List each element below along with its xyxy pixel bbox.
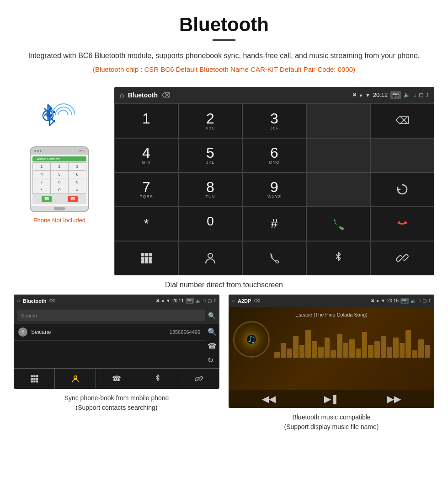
- key-4[interactable]: 4 GHI: [114, 138, 178, 172]
- contacts-bottom-bar: ☎: [14, 368, 219, 389]
- phone-body: MYK + Add to Contacts 1 2 3 4 5 6 7 8 9 …: [30, 146, 89, 212]
- eq-bar: [274, 352, 280, 358]
- svg-rect-18: [33, 375, 36, 377]
- search-side-icon[interactable]: 🔍: [208, 327, 217, 336]
- phone-illustration: ☉: [14, 87, 105, 224]
- key-5[interactable]: 5 JKL: [178, 138, 242, 172]
- contact-number: 13566664466: [170, 329, 200, 335]
- key-redial[interactable]: [370, 172, 434, 207]
- album-art: ♫: [233, 321, 270, 358]
- volume-icon: 🔈: [404, 92, 410, 98]
- eq-bar: [381, 336, 386, 358]
- eq-bar: [325, 338, 330, 358]
- bottom-icon-contacts[interactable]: [178, 241, 242, 275]
- home-icon[interactable]: ⌂: [120, 91, 124, 99]
- mini-bt-bottom-icon[interactable]: [137, 369, 178, 389]
- digit-3: 3: [270, 111, 278, 126]
- dot-2: [37, 150, 39, 152]
- key-6[interactable]: 6 MNO: [242, 138, 306, 172]
- dot-3: [40, 150, 42, 152]
- mini-phone-icon[interactable]: ☎: [96, 369, 137, 389]
- eq-bar: [299, 345, 305, 358]
- dialpad-grid: 1 - 2 ABC 3 DEF ⌫ 4 GHI 5 JKL: [114, 103, 434, 275]
- prev-track-button[interactable]: ◀◀: [262, 393, 276, 404]
- car-status-left: ⌂ Bluetooth ⌫: [120, 91, 171, 99]
- eq-bar: [312, 341, 317, 358]
- key-3[interactable]: 3 DEF: [242, 104, 306, 138]
- contacts-search-area: Search 🔍: [14, 307, 219, 324]
- search-icon[interactable]: 🔍: [208, 312, 216, 319]
- refresh-side-icon[interactable]: ↻: [208, 356, 217, 365]
- eq-bar: [349, 339, 355, 358]
- page-title: Bluetooth: [27, 14, 421, 36]
- key-7[interactable]: 7 PQRS: [114, 172, 178, 207]
- bottom-icon-dialpad[interactable]: [114, 241, 178, 275]
- mini-cam-icon: 📷: [186, 298, 194, 304]
- phone-key-4: 4: [33, 171, 50, 178]
- mini-link-icon[interactable]: [178, 369, 219, 389]
- mini-person-icon[interactable]: [55, 369, 96, 389]
- mini-home-icon: ⌂: [17, 298, 20, 303]
- svg-rect-17: [31, 375, 33, 377]
- phone-key-0: 0: [51, 186, 68, 193]
- bottom-icon-bluetooth[interactable]: [306, 241, 370, 275]
- key-star[interactable]: *: [114, 207, 178, 241]
- digit-star: *: [144, 217, 149, 230]
- digit-7: 7: [142, 180, 150, 194]
- eq-bar: [368, 345, 373, 358]
- digit-1: 1: [142, 111, 150, 126]
- key-9[interactable]: 9 WXYZ: [242, 172, 306, 207]
- phone-home-button: [54, 207, 65, 210]
- phone-dialpad: 1 2 3 4 5 6 7 8 9 * 0 #: [32, 162, 86, 194]
- bottom-icon-link[interactable]: [370, 241, 434, 275]
- contact-row-seicane[interactable]: S Seicane 13566664466: [14, 324, 205, 341]
- phone-key-5: 5: [51, 171, 68, 178]
- mini-min-icon: ▢: [208, 298, 212, 303]
- eq-bar: [418, 339, 424, 358]
- eq-bar: [318, 347, 324, 358]
- music-status-bar: ⌂ A2DP ⌫ ✖ ● ▼ 20:15 📷 🔈 □ ▢ ⤴: [229, 295, 434, 307]
- key-call[interactable]: [306, 207, 370, 241]
- description-text: Integrated with BC6 Bluetooth module, su…: [27, 50, 421, 62]
- svg-rect-22: [36, 378, 38, 380]
- car-screen-title: Bluetooth: [128, 91, 158, 99]
- mini-apps-icon[interactable]: [14, 369, 55, 389]
- digit-9: 9: [270, 180, 278, 194]
- svg-rect-7: [145, 253, 148, 256]
- key-8[interactable]: 8 TUV: [178, 172, 242, 207]
- key-hash[interactable]: #: [242, 207, 306, 241]
- bottom-icon-phone[interactable]: [242, 241, 306, 275]
- key-0[interactable]: 0 +: [178, 207, 242, 241]
- empty-1: [306, 104, 370, 138]
- eq-bar: [393, 338, 399, 358]
- mini-vol-icon: 🔈: [196, 298, 201, 303]
- digit-hash: #: [271, 217, 278, 230]
- contacts-mini-screen: ⌂ Bluetooth ⌫ ✖ ● ▼ 20:11 📷 🔈 □ ▢ ⤴: [14, 295, 219, 389]
- contacts-caption-line1: Sync phone-book from mobile phone: [64, 393, 169, 403]
- music-status-right: ✖ ● ▼ 20:15 📷 🔈 □ ▢ ⤴: [371, 298, 431, 304]
- music-bt-icon: ✖: [371, 298, 374, 303]
- music-cam-icon: 📷: [400, 298, 409, 304]
- wifi-icon: ▼: [365, 92, 370, 98]
- phone-key-star: *: [33, 186, 50, 193]
- phone-side-icon[interactable]: ☎: [208, 342, 217, 350]
- bluetooth-signal: ☉: [37, 101, 82, 137]
- svg-rect-23: [31, 380, 33, 382]
- key-end-call[interactable]: [370, 207, 434, 241]
- svg-rect-6: [141, 253, 144, 256]
- next-track-button[interactable]: ▶▶: [387, 393, 401, 404]
- play-pause-button[interactable]: ▶❚: [324, 393, 339, 404]
- key-2[interactable]: 2 ABC: [178, 104, 242, 138]
- music-mini-screen: ⌂ A2DP ⌫ ✖ ● ▼ 20:15 📷 🔈 □ ▢ ⤴: [229, 295, 434, 408]
- search-input-fake[interactable]: Search: [17, 310, 205, 321]
- eq-bar: [362, 332, 368, 358]
- song-title: Escape (The Pina Colada Song): [295, 312, 368, 317]
- key-backspace[interactable]: ⌫: [370, 104, 434, 138]
- music-vol-icon: 🔈: [411, 298, 416, 303]
- mini-grid-icon: [30, 375, 38, 383]
- music-time: 20:15: [387, 298, 399, 303]
- contacts-side-icons: 🔍 ☎ ↻: [205, 324, 219, 368]
- key-1[interactable]: 1 -: [114, 104, 178, 138]
- bt-status-icon: ✖: [352, 92, 357, 98]
- phone-key-9: 9: [69, 178, 86, 186]
